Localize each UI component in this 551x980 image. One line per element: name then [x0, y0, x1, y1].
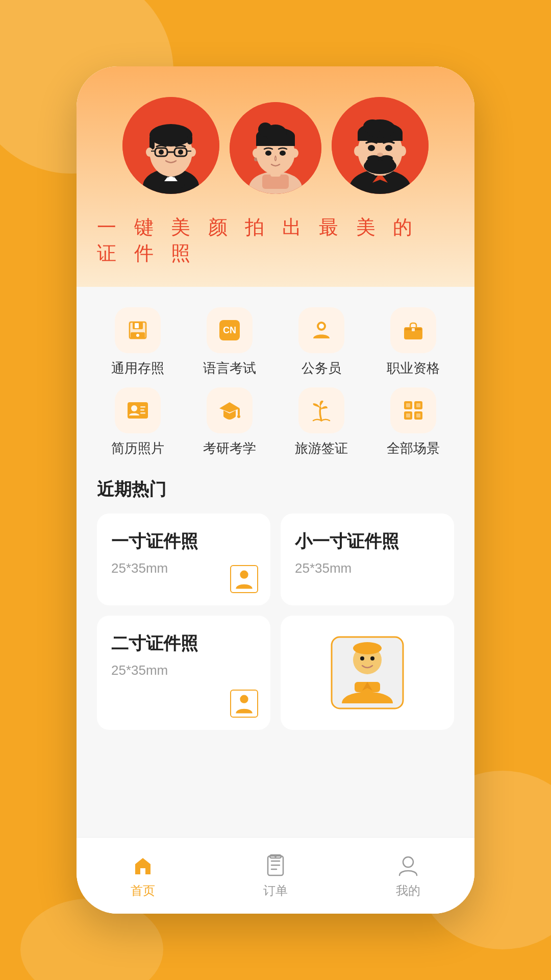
category-icon-wrap-language: CN [207, 307, 253, 353]
svg-point-62 [319, 324, 324, 329]
category-grid: 通用存照 CN 语言考试 [97, 307, 454, 457]
svg-point-43 [363, 119, 382, 134]
photo-card-size-two-inch: 25*35mm [111, 663, 256, 678]
grid-icon [401, 398, 425, 423]
photo-card-title-one-inch: 一寸证件照 [111, 530, 256, 553]
category-label-all: 全部场景 [387, 439, 440, 457]
nav-label-home: 首页 [131, 883, 155, 899]
svg-rect-9 [187, 135, 192, 144]
svg-point-88 [353, 642, 382, 654]
photo-card-size-small-one-inch: 25*35mm [295, 560, 440, 576]
category-icon-wrap-exam [207, 387, 253, 433]
svg-rect-69 [140, 409, 144, 411]
featured-avatar-illustration [327, 632, 408, 714]
category-icon-wrap-travel [298, 387, 344, 433]
category-language[interactable]: CN 语言考试 [189, 307, 270, 377]
svg-rect-21 [262, 175, 289, 189]
svg-rect-72 [238, 408, 240, 415]
category-label-general: 通用存照 [111, 359, 164, 377]
id-card-icon [126, 398, 150, 423]
photo-card-small-one-inch[interactable]: 小一寸证件照 25*35mm [281, 513, 454, 605]
svg-point-18 [178, 150, 183, 155]
save-icon [126, 318, 150, 342]
nav-item-profile[interactable]: 我的 [342, 838, 474, 914]
category-label-civil: 公务员 [302, 359, 341, 377]
category-label-professional: 职业资格 [387, 359, 440, 377]
main-content: 通用存照 CN 语言考试 [77, 287, 474, 837]
nav-label-orders: 订单 [263, 883, 288, 899]
svg-point-73 [237, 415, 240, 418]
category-label-exam: 考研考学 [203, 439, 256, 457]
category-icon-wrap-all [390, 387, 436, 433]
svg-point-97 [274, 855, 277, 857]
nav-item-orders[interactable]: 订单 [209, 838, 342, 914]
svg-point-33 [280, 151, 286, 156]
svg-text:CN: CN [223, 325, 236, 335]
category-label-language: 语言考试 [203, 359, 256, 377]
avatar-male-beard [332, 97, 429, 194]
hero-tagline: 一 键 美 颜 拍 出 最 美 的 证 件 照 [97, 214, 454, 266]
category-exam[interactable]: 考研考学 [189, 387, 270, 457]
svg-rect-78 [406, 403, 410, 407]
category-icon-wrap-general [115, 307, 161, 353]
category-icon-wrap-civil [298, 307, 344, 353]
svg-rect-65 [412, 328, 415, 331]
photo-card-title-small-one-inch: 小一寸证件照 [295, 530, 440, 553]
category-travel[interactable]: 旅游签证 [281, 387, 362, 457]
category-icon-wrap-professional [390, 307, 436, 353]
avatar-male-glasses [122, 97, 219, 194]
category-icon-wrap-resume [115, 387, 161, 433]
svg-rect-8 [149, 135, 155, 150]
svg-rect-66 [128, 402, 148, 419]
svg-point-44 [354, 146, 361, 156]
category-all[interactable]: 全部场景 [372, 387, 454, 457]
svg-rect-70 [140, 412, 145, 414]
category-general[interactable]: 通用存照 [97, 307, 179, 377]
svg-point-82 [240, 570, 248, 578]
category-professional[interactable]: 职业资格 [372, 307, 454, 377]
orders-icon [263, 853, 288, 878]
svg-point-58 [136, 334, 139, 337]
photo-card-icon-one-inch [230, 565, 258, 593]
category-resume[interactable]: 简历照片 [97, 387, 179, 457]
hero-area: 一 键 美 颜 拍 出 最 美 的 证 件 照 [77, 66, 474, 287]
bottom-nav: 首页 订单 我的 [77, 837, 474, 914]
category-civil[interactable]: 公务员 [281, 307, 362, 377]
svg-point-32 [265, 151, 271, 156]
svg-rect-68 [140, 406, 145, 408]
photo-cards-grid: 一寸证件照 25*35mm 小一寸证件照 25*35mm [97, 513, 454, 730]
svg-point-29 [258, 122, 272, 137]
palmtree-icon [309, 398, 334, 423]
nav-item-home[interactable]: 首页 [77, 838, 209, 914]
svg-point-17 [159, 150, 164, 155]
svg-point-91 [140, 861, 145, 866]
photo-card-icon-two-inch [230, 690, 258, 718]
svg-point-86 [360, 656, 364, 660]
civil-person-icon [309, 318, 334, 342]
svg-point-11 [189, 148, 196, 157]
recent-section-title: 近期热门 [97, 478, 454, 501]
profile-icon [395, 853, 421, 878]
svg-point-51 [385, 145, 392, 151]
briefcase-icon [401, 318, 425, 342]
photo-card-title-two-inch: 二寸证件照 [111, 632, 256, 655]
svg-point-52 [377, 153, 383, 157]
photo-card-featured[interactable] [281, 616, 454, 730]
svg-point-30 [253, 149, 260, 158]
home-icon [130, 853, 156, 878]
category-label-travel: 旅游签证 [295, 439, 348, 457]
svg-point-7 [149, 124, 192, 146]
photo-card-one-inch[interactable]: 一寸证件照 25*35mm [97, 513, 270, 605]
svg-point-50 [368, 145, 375, 151]
svg-rect-80 [406, 413, 410, 418]
nav-label-profile: 我的 [396, 883, 420, 899]
avatars-row [122, 97, 429, 194]
svg-point-83 [240, 695, 248, 703]
svg-rect-56 [135, 323, 139, 328]
svg-point-45 [399, 146, 406, 156]
svg-point-98 [403, 857, 413, 867]
photo-card-two-inch[interactable]: 二寸证件照 25*35mm [97, 616, 270, 730]
avatar-female [230, 102, 321, 194]
cn-icon: CN [217, 318, 242, 342]
svg-rect-81 [416, 413, 420, 418]
